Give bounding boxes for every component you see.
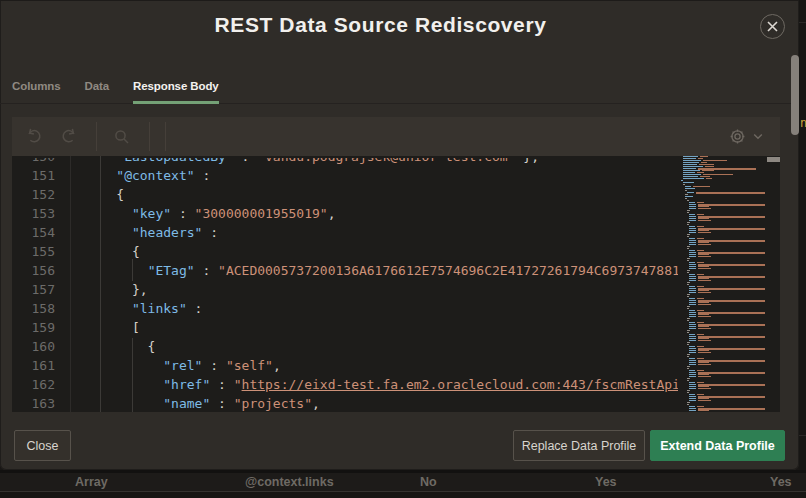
code-text: "links" : — [85, 299, 202, 318]
minimap-key — [689, 358, 695, 359]
minimap-key — [689, 274, 695, 275]
background-table-cell: Array — [75, 475, 108, 489]
minimap-punct — [687, 260, 689, 261]
minimap-key — [689, 346, 695, 347]
dialog-tabs: ColumnsDataResponse Body — [0, 68, 799, 104]
minimap-value — [698, 266, 709, 267]
background-edge-text: n — [800, 116, 806, 130]
tab-response-body[interactable]: Response Body — [133, 68, 219, 103]
minimap-key — [689, 388, 696, 389]
dialog-close-button[interactable] — [760, 14, 785, 39]
background-table-strip: Array@context.linksNoYesYes — [0, 470, 806, 498]
minimap-value — [697, 322, 704, 323]
minimap[interactable] — [678, 156, 780, 412]
minimap-key — [689, 220, 696, 221]
tab-data[interactable]: Data — [85, 68, 110, 103]
minimap-key — [689, 208, 696, 209]
minimap-value — [697, 274, 704, 275]
minimap-key — [689, 348, 696, 349]
screen: n Array@context.linksNoYesYes REST Data … — [0, 0, 806, 498]
background-page-right-sliver: n — [799, 0, 806, 470]
background-table-cell: No — [420, 475, 437, 489]
minimap-key — [689, 228, 696, 229]
minimap-key — [683, 172, 695, 173]
line-number: 151 — [12, 166, 55, 185]
minimap-key — [689, 374, 696, 375]
minimap-key — [689, 292, 696, 293]
minimap-value — [698, 314, 709, 315]
minimap-punct — [687, 368, 689, 369]
code-token-punctuation: : — [171, 206, 194, 221]
minimap-punct — [683, 184, 685, 185]
chevron-down-icon — [753, 133, 763, 140]
minimap-value — [701, 162, 707, 163]
minimap-value — [697, 358, 704, 359]
minimap-key — [689, 238, 695, 239]
code-token-punctuation — [85, 225, 132, 240]
minimap-punct — [687, 224, 689, 225]
code-token-string: "self" — [226, 358, 273, 373]
minimap-value — [698, 218, 709, 219]
editor-settings-button[interactable] — [729, 128, 763, 145]
line-number: 155 — [12, 242, 55, 261]
minimap-key — [689, 280, 696, 281]
line-number: 156 — [12, 261, 55, 280]
undo-button[interactable] — [17, 117, 51, 156]
minimap-value — [698, 220, 711, 221]
find-button[interactable] — [105, 117, 139, 156]
minimap-value — [697, 202, 704, 203]
code-token-punctuation — [85, 396, 163, 411]
code-token-punctuation: , — [328, 206, 336, 221]
minimap-value — [698, 302, 709, 303]
gutter-border — [70, 156, 71, 412]
minimap-key — [689, 340, 696, 341]
minimap-value — [698, 242, 709, 243]
background-table-cell: Yes — [595, 475, 617, 489]
minimap-key — [689, 252, 696, 253]
code-text: { — [85, 337, 155, 356]
minimap-key — [689, 400, 696, 401]
dialog-scrollbar-thumb[interactable] — [791, 55, 799, 135]
extend-data-profile-button[interactable]: Extend Data Profile — [650, 430, 785, 461]
redo-button[interactable] — [51, 117, 85, 156]
minimap-punct — [687, 402, 690, 403]
tab-columns[interactable]: Columns — [12, 68, 61, 103]
minimap-value — [698, 364, 711, 365]
minimap-punct — [687, 342, 690, 343]
editor-scrollbar-thumb[interactable] — [767, 157, 780, 162]
minimap-key — [689, 302, 696, 303]
dialog-bottom-shadow — [0, 470, 806, 473]
minimap-value — [697, 286, 704, 287]
minimap-value — [693, 186, 710, 187]
code-viewport[interactable]: 150 "LastUpdatedBy" : "vandu.podgrajsek@… — [12, 156, 780, 412]
minimap-value — [698, 268, 711, 269]
minimap-key — [689, 350, 696, 351]
line-number: 162 — [12, 375, 55, 394]
background-divider — [799, 22, 806, 23]
minimap-key — [689, 276, 696, 277]
code-text: "headers" : — [85, 223, 218, 242]
minimap-key — [685, 188, 695, 189]
code-token-punctuation: : — [187, 301, 203, 316]
minimap-key — [683, 162, 699, 163]
line-number: 157 — [12, 280, 55, 299]
minimap-value — [696, 192, 765, 194]
minimap-key — [689, 300, 696, 301]
minimap-punct — [687, 282, 690, 283]
minimap-value — [703, 160, 727, 161]
minimap-key — [689, 250, 695, 251]
minimap-punct — [687, 390, 690, 391]
minimap-value — [697, 214, 704, 215]
minimap-value — [697, 172, 704, 173]
code-editor: 150 "LastUpdatedBy" : "vandu.podgrajsek@… — [12, 117, 780, 412]
minimap-key — [689, 386, 696, 387]
minimap-value — [697, 370, 704, 371]
minimap-punct — [687, 246, 690, 247]
line-number: 160 — [12, 337, 55, 356]
replace-data-profile-button[interactable]: Replace Data Profile — [513, 430, 645, 461]
minimap-punct — [687, 234, 690, 235]
minimap-key — [689, 334, 695, 335]
close-button[interactable]: Close — [14, 430, 71, 461]
code-token-key: "headers" — [132, 225, 202, 240]
minimap-key — [689, 230, 696, 231]
